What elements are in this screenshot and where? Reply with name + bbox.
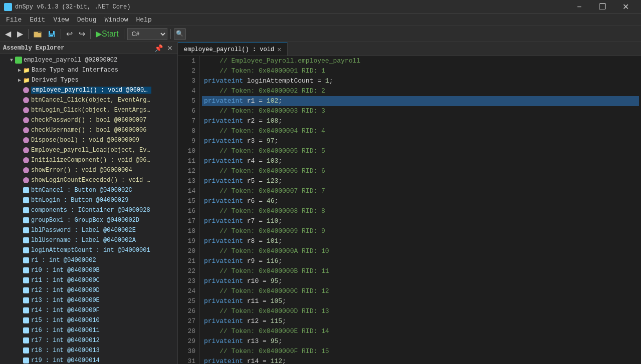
menu-item-help[interactable]: Help xyxy=(132,14,155,26)
tree-item-field[interactable]: r17 : int @04000012 xyxy=(0,335,177,345)
tree-item-field[interactable]: lblPassword : Label @0400002E xyxy=(0,225,177,235)
tree-item-label: r18 : int @04000013 xyxy=(31,347,100,354)
back-button[interactable]: ◀ xyxy=(3,27,13,41)
tree-item-field[interactable]: r15 : int @04000010 xyxy=(0,315,177,325)
language-selector[interactable]: C#ILIL with C#VB xyxy=(127,28,167,40)
open-button[interactable] xyxy=(32,27,44,41)
tree-item-field[interactable]: r19 : int @04000014 xyxy=(0,355,177,364)
keyword-token: int xyxy=(232,216,243,226)
number-token: 95 xyxy=(271,336,279,346)
keyword-token: private xyxy=(204,96,232,106)
method-icon xyxy=(23,87,29,93)
tab-close-button[interactable]: ✕ xyxy=(277,45,281,54)
method-icon xyxy=(23,127,29,133)
tree-item-field[interactable]: r1 : int @04000002 xyxy=(0,255,177,265)
tree-item-method[interactable]: Dispose(bool) : void @06000009 xyxy=(0,135,177,145)
tree-item-field[interactable]: lblUsername : Label @0400002A xyxy=(0,235,177,245)
tree-item-folder[interactable]: ▶ 📁 Derived Types xyxy=(0,75,177,85)
title-bar: dnSpy v6.1.3 (32-bit, .NET Core) − ❐ ✕ xyxy=(0,0,641,14)
tree-item-label: r13 : int @0400000E xyxy=(31,297,100,304)
tree-item-field[interactable]: components : IContainer @04000028 xyxy=(0,205,177,215)
menu-item-window[interactable]: Window xyxy=(101,14,132,26)
tree-item-field[interactable]: r18 : int @04000013 xyxy=(0,345,177,355)
tree-item-method[interactable]: checkPassword() : bool @06000007 xyxy=(0,115,177,125)
folder-icon: 📁 xyxy=(23,77,30,83)
forward-button[interactable]: ▶ xyxy=(15,27,25,41)
tree-item-method[interactable]: showLoginCountExceeded() : void @0600... xyxy=(0,175,177,185)
number-token: 97 xyxy=(267,136,275,146)
menu-bar: FileEditViewDebugWindowHelp xyxy=(0,14,641,26)
method-icon xyxy=(23,167,29,173)
tree-item-method[interactable]: employee_payroll() : void @06000001 xyxy=(0,85,177,95)
tree-item-method[interactable]: checkUsername() : bool @06000006 xyxy=(0,125,177,135)
comment-text: // Token: 0x0400000C RID: 12 xyxy=(204,286,329,296)
tree-item-field[interactable]: r10 : int @0400000B xyxy=(0,265,177,275)
tree-item-method[interactable]: Employee_payroll_Load(object, EventArgs.… xyxy=(0,145,177,155)
code-line: private int r6 = 46; xyxy=(202,196,639,206)
tree-item-field[interactable]: r14 : int @0400000F xyxy=(0,305,177,315)
assembly-tree[interactable]: ▼ employee_payroll @02000002 ▶ 📁 Base Ty… xyxy=(0,54,177,364)
comment-text: // Token: 0x04000003 RID: 3 xyxy=(204,106,325,116)
tree-item-label: btnCancel : Button @0400002C xyxy=(31,187,132,194)
maximize-button[interactable]: ❐ xyxy=(591,0,614,14)
method-icon xyxy=(23,177,29,183)
code-area[interactable]: // Employee_Payroll.employee_payroll // … xyxy=(200,56,641,364)
tree-item-field[interactable]: r12 : int @0400000D xyxy=(0,285,177,295)
tree-item-label: Derived Types xyxy=(32,77,79,84)
save-button[interactable] xyxy=(46,27,58,41)
line-number: 21 xyxy=(184,256,195,266)
line-number: 9 xyxy=(184,136,195,146)
toolbar-separator-5 xyxy=(170,29,171,39)
number-token: 115 xyxy=(271,316,282,326)
menu-item-debug[interactable]: Debug xyxy=(73,14,101,26)
keyword-token: int xyxy=(232,196,243,206)
code-tab-main[interactable]: employee_payroll() : void✕ xyxy=(178,43,288,56)
undo-button[interactable]: ↩ xyxy=(64,27,75,41)
line-number: 8 xyxy=(184,126,195,136)
number-token: 105 xyxy=(271,296,282,306)
run-button[interactable]: ▶ Start xyxy=(94,27,121,41)
menu-item-file[interactable]: File xyxy=(2,14,26,26)
tree-item-method[interactable]: btnCancel_Click(object, EventArgs) : voi… xyxy=(0,95,177,105)
close-button[interactable]: ✕ xyxy=(614,0,637,14)
tree-item-method[interactable]: InitializeComponent() : void @0600000A xyxy=(0,155,177,165)
method-icon xyxy=(23,107,29,113)
tree-item-field[interactable]: r13 : int @0400000E xyxy=(0,295,177,305)
field-icon xyxy=(23,317,29,323)
tree-item-field[interactable]: loginAttemptCount : int @04000001 xyxy=(0,245,177,255)
tree-item-method[interactable]: btnLogin_Click(object, EventArgs) : void… xyxy=(0,105,177,115)
keyword-token: int xyxy=(232,96,243,106)
line-number: 6 xyxy=(184,106,195,116)
minimize-button[interactable]: − xyxy=(568,0,591,14)
line-number: 23 xyxy=(184,276,195,286)
tree-item-field[interactable]: btnCancel : Button @0400002C xyxy=(0,185,177,195)
svg-rect-4 xyxy=(50,31,53,34)
tree-item-field[interactable]: r11 : int @0400000C xyxy=(0,275,177,285)
assembly-close-button[interactable]: ✕ xyxy=(165,45,174,52)
code-line: private int r2 = 108; xyxy=(202,116,639,126)
field-icon xyxy=(23,297,29,303)
menu-item-edit[interactable]: Edit xyxy=(26,14,49,26)
menu-item-view[interactable]: View xyxy=(49,14,73,26)
code-line: // Token: 0x0400000E RID: 14 xyxy=(202,326,639,336)
tree-item-assembly[interactable]: ▼ employee_payroll @02000002 xyxy=(0,55,177,65)
tree-item-field[interactable]: btnLogin : Button @04000029 xyxy=(0,195,177,205)
line-number: 13 xyxy=(184,176,195,186)
assembly-pin-button[interactable]: 📌 xyxy=(153,45,164,52)
tree-item-field[interactable]: r16 : int @04000011 xyxy=(0,325,177,335)
keyword-token: int xyxy=(232,256,243,266)
tree-item-folder[interactable]: ▶ 📁 Base Type and Interfaces xyxy=(0,65,177,75)
tree-item-field[interactable]: groupBox1 : GroupBox @0400002D xyxy=(0,215,177,225)
redo-button[interactable]: ↪ xyxy=(77,27,87,41)
code-line: private int r4 = 103; xyxy=(202,156,639,166)
tree-item-label: btnLogin_Click(object, EventArgs) : void… xyxy=(31,107,151,114)
search-button[interactable]: 🔍 xyxy=(174,28,186,40)
code-tabs: employee_payroll() : void✕ xyxy=(178,42,641,56)
code-line: // Token: 0x0400000C RID: 12 xyxy=(202,286,639,296)
expand-icon: ▼ xyxy=(8,58,15,63)
code-line: // Token: 0x04000006 RID: 6 xyxy=(202,166,639,176)
tree-item-method[interactable]: showError() : void @06000004 xyxy=(0,165,177,175)
tree-item-label: r10 : int @0400000B xyxy=(31,267,100,274)
tree-item-label: btnLogin : Button @04000029 xyxy=(31,197,128,204)
code-line: private int r13 = 95; xyxy=(202,336,639,346)
